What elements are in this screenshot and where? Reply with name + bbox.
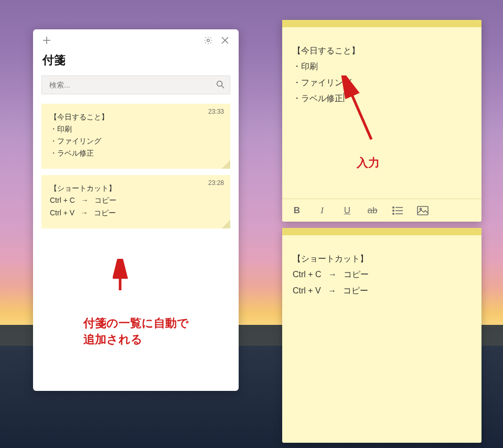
note-timestamp: 23:28 (208, 179, 224, 187)
svg-line-6 (222, 86, 224, 89)
note-list-item[interactable]: 23:28 【ショートカット】 Ctrl + C → コピー Ctrl + V … (41, 175, 230, 228)
strikethrough-icon: ab (368, 205, 378, 216)
italic-button[interactable]: I (312, 202, 333, 220)
annotation-text: 付箋の一覧に自動で 追加される (83, 315, 189, 348)
annotation-line: 追加される (83, 332, 189, 348)
sticky-line: 【今日すること】 (293, 43, 471, 59)
gear-icon (204, 36, 213, 45)
sticky-text: ・ラベル修正 (293, 94, 343, 103)
svg-point-2 (207, 39, 210, 42)
new-note-button[interactable] (38, 32, 55, 49)
note-fold-icon (222, 220, 230, 228)
bullet-list-button[interactable] (387, 202, 408, 220)
annotation-arrow-icon (113, 259, 129, 292)
search-input[interactable] (41, 75, 230, 94)
note-line: Ctrl + C → コピー (50, 194, 222, 206)
sticky-body[interactable]: 【ショートカット】 Ctrl + C → コピー Ctrl + V → コピー (282, 235, 481, 443)
underline-icon: U (344, 205, 350, 216)
annotation-line: 付箋の一覧に自動で (83, 315, 189, 332)
bullet-list-icon (392, 206, 403, 215)
close-button[interactable] (217, 32, 233, 49)
settings-button[interactable] (200, 32, 217, 49)
image-button[interactable] (412, 202, 433, 220)
sticky-line: ・印刷 (293, 59, 471, 74)
note-line: Ctrl + V → コピー (50, 207, 222, 219)
sticky-note-window-top[interactable]: 【今日すること】 ・印刷 ・ファイリング ・ラベル修正 B I U ab (282, 20, 481, 222)
underline-button[interactable]: U (337, 202, 358, 220)
plus-icon (42, 36, 51, 45)
sticky-line: Ctrl + V → コピー (293, 283, 471, 299)
italic-icon: I (320, 205, 324, 216)
sticky-color-bar (282, 228, 481, 235)
svg-rect-14 (418, 206, 428, 215)
search-wrap (41, 75, 230, 94)
sticky-notes-list-window: 付箋 23:33 【今日すること】 ・印刷 ・ファイリング ・ラベル修正 23:… (33, 29, 239, 391)
image-icon (417, 206, 429, 215)
format-toolbar: B I U ab (282, 199, 481, 222)
note-line: ・ファイリング (50, 135, 222, 147)
list-titlebar (33, 29, 239, 51)
sticky-note-window-bottom[interactable]: 【ショートカット】 Ctrl + C → コピー Ctrl + V → コピー (282, 228, 481, 443)
note-line: ・印刷 (50, 123, 222, 135)
note-line: 【今日すること】 (50, 111, 222, 123)
note-line: ・ラベル修正 (50, 147, 222, 159)
sticky-line: ・ラベル修正 (293, 91, 471, 106)
sticky-color-bar (282, 20, 481, 27)
bold-icon: B (294, 205, 300, 216)
search-icon (216, 80, 225, 89)
text-caret-icon (344, 93, 344, 102)
sticky-line: 【ショートカット】 (293, 251, 471, 267)
sticky-line: ・ファイリング (293, 75, 471, 91)
svg-point-8 (393, 206, 394, 207)
note-fold-icon (222, 160, 230, 169)
sticky-body[interactable]: 【今日すること】 ・印刷 ・ファイリング ・ラベル修正 (282, 27, 481, 199)
svg-point-5 (217, 81, 222, 86)
sticky-line: Ctrl + C → コピー (293, 267, 471, 282)
note-list-item[interactable]: 23:33 【今日すること】 ・印刷 ・ファイリング ・ラベル修正 (41, 104, 230, 169)
note-line: 【ショートカット】 (50, 182, 222, 194)
svg-point-10 (393, 210, 394, 211)
bold-button[interactable]: B (286, 202, 307, 220)
svg-point-12 (393, 213, 394, 214)
list-heading: 付箋 (33, 51, 239, 73)
strikethrough-button[interactable]: ab (362, 202, 383, 220)
note-timestamp: 23:33 (208, 108, 224, 115)
close-icon (221, 37, 229, 44)
